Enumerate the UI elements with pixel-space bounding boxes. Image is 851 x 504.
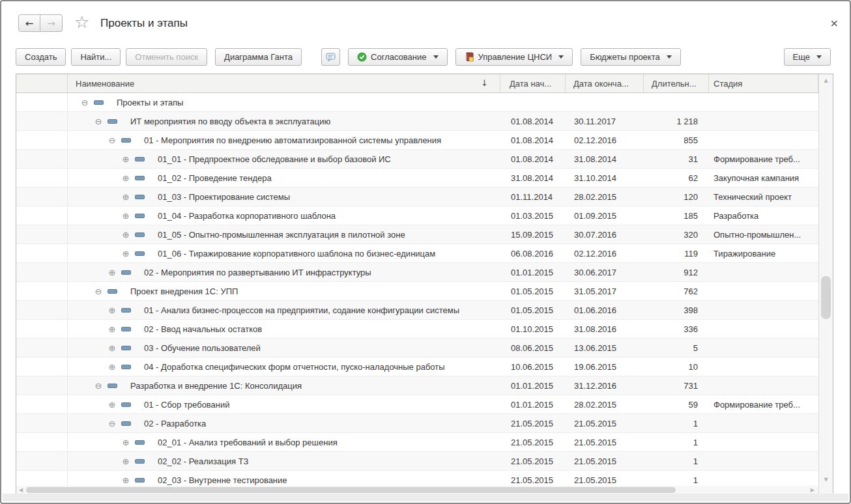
table-row[interactable]: ⊖ИТ мероприятия по вводу объекта в экспл… bbox=[16, 112, 833, 131]
row-name-cell: ⊕01_01 - Предпроектное обследование и вы… bbox=[68, 150, 500, 168]
row-stage: Закупочная кампания bbox=[709, 169, 818, 187]
scroll-right-icon[interactable]: ▶ bbox=[811, 487, 815, 493]
row-start-date: 01.10.2015 bbox=[500, 320, 566, 338]
collapse-icon[interactable]: ⊖ bbox=[94, 287, 103, 296]
mdm-menu-button[interactable]: Управление ЦНСИ bbox=[455, 48, 573, 66]
scroll-down-icon[interactable]: ▼ bbox=[819, 477, 833, 483]
column-header-end-date[interactable]: Дата оконча... bbox=[566, 74, 644, 92]
row-name-cell: ⊕01_03 - Проектирование системы bbox=[68, 188, 500, 206]
find-button[interactable]: Найти... bbox=[71, 48, 121, 66]
row-end-date: 28.02.2015 bbox=[566, 395, 644, 413]
expand-icon[interactable]: ⊕ bbox=[121, 457, 130, 466]
expand-icon[interactable]: ⊕ bbox=[121, 438, 130, 447]
close-icon[interactable]: × bbox=[830, 17, 839, 29]
row-name: 01_03 - Проектирование системы bbox=[158, 192, 290, 202]
row-start-date: 01.05.2015 bbox=[500, 282, 566, 300]
expand-icon[interactable]: ⊕ bbox=[108, 363, 117, 371]
expand-icon[interactable]: ⊕ bbox=[108, 344, 117, 352]
approval-button-label: Согласование bbox=[371, 52, 426, 62]
create-button[interactable]: Создать bbox=[16, 48, 66, 66]
collapse-icon[interactable]: ⊖ bbox=[80, 98, 89, 107]
horizontal-scrollbar-thumb[interactable] bbox=[26, 487, 676, 493]
row-end-date: 30.11.2017 bbox=[566, 112, 644, 130]
column-header-name[interactable]: Наименование↓ bbox=[68, 74, 500, 92]
table-row[interactable]: ⊕01 - Сбор требований01.01.201528.02.201… bbox=[16, 395, 833, 414]
expand-icon[interactable]: ⊕ bbox=[108, 325, 117, 333]
table-row[interactable]: ⊕01_04 - Разработка корпоративного шабло… bbox=[16, 206, 833, 225]
row-name-cell: ⊖Проект внедрения 1С: УПП bbox=[68, 282, 500, 300]
table-row[interactable]: ⊖Проекты и этапы bbox=[16, 93, 833, 112]
table-row[interactable]: ⊕02_01 - Анализ требований и выбор решен… bbox=[16, 433, 833, 452]
comments-button[interactable] bbox=[321, 48, 340, 66]
cancel-search-button: Отменить поиск bbox=[126, 48, 207, 66]
table-row[interactable]: ⊖Проект внедрения 1С: УПП01.05.201531.05… bbox=[16, 282, 833, 301]
expand-icon[interactable]: ⊕ bbox=[121, 231, 130, 239]
project-item-icon bbox=[108, 119, 117, 124]
row-name: 01_01 - Предпроектное обследование и выб… bbox=[158, 154, 391, 164]
table-row[interactable]: ⊕02 - Мероприятия по развертыванию ИТ ин… bbox=[16, 263, 833, 282]
table-row[interactable]: ⊖Разработка и внедрение 1С: Консолидация… bbox=[16, 376, 833, 395]
vertical-scrollbar[interactable]: ▲ ▼ bbox=[818, 74, 833, 494]
collapse-icon[interactable]: ⊖ bbox=[108, 136, 117, 145]
expand-icon[interactable]: ⊕ bbox=[121, 212, 130, 220]
expand-icon[interactable]: ⊕ bbox=[121, 155, 130, 163]
scroll-up-icon[interactable]: ▲ bbox=[819, 77, 833, 83]
table-row[interactable]: ⊕01_05 - Опытно-промышленная эксплуатаци… bbox=[16, 225, 833, 244]
vertical-scrollbar-thumb[interactable] bbox=[821, 276, 831, 319]
table-row[interactable]: ⊕01_01 - Предпроектное обследование и вы… bbox=[16, 150, 833, 169]
table-row[interactable]: ⊕02_02 - Реализация ТЗ21.05.201521.05.20… bbox=[16, 452, 833, 471]
expand-icon[interactable]: ⊕ bbox=[121, 174, 130, 182]
approval-menu-button[interactable]: Согласование bbox=[348, 48, 447, 66]
row-end-date: 31.05.2017 bbox=[566, 282, 644, 300]
column-header-stage[interactable]: Стадия bbox=[709, 74, 818, 92]
scroll-left-icon[interactable]: ◀ bbox=[19, 487, 23, 493]
row-name-cell: ⊕01 - Анализ бизнес-процессов на предпри… bbox=[68, 301, 500, 319]
column-header-label: Дата нач... bbox=[510, 79, 551, 89]
gantt-chart-button[interactable]: Диаграмма Ганта bbox=[215, 48, 302, 66]
row-end-date: 01.06.2016 bbox=[566, 301, 644, 319]
table-row[interactable]: ⊕01 - Анализ бизнес-процессов на предпри… bbox=[16, 301, 833, 320]
row-duration: 119 bbox=[644, 244, 709, 262]
row-end-date: 02.12.2016 bbox=[566, 131, 644, 149]
expand-icon[interactable]: ⊕ bbox=[108, 306, 117, 315]
row-marker-cell bbox=[16, 225, 68, 244]
column-header-duration[interactable]: Длительн... bbox=[644, 74, 709, 92]
expand-icon[interactable]: ⊕ bbox=[108, 400, 117, 409]
row-end-date: 01.09.2015 bbox=[566, 206, 644, 225]
project-item-icon bbox=[121, 270, 131, 275]
expand-icon[interactable]: ⊕ bbox=[108, 268, 117, 277]
project-budgets-menu-button[interactable]: Бюджеты проекта bbox=[581, 48, 681, 66]
table-row[interactable]: ⊖01 - Мероприятия по внедрению автоматиз… bbox=[16, 131, 833, 150]
project-item-icon bbox=[135, 478, 145, 483]
table-row[interactable]: ⊕02 - Ввод начальных остатков01.10.20153… bbox=[16, 320, 833, 339]
row-start-date: 01.11.2014 bbox=[500, 188, 566, 206]
more-button-label: Еще bbox=[793, 52, 810, 62]
favorite-star-icon[interactable]: ☆ bbox=[74, 14, 89, 31]
row-name-cell: ⊖02 - Разработка bbox=[68, 414, 500, 432]
chevron-down-icon bbox=[667, 55, 672, 59]
expand-icon[interactable]: ⊕ bbox=[121, 476, 130, 484]
row-end-date: 31.10.2014 bbox=[566, 169, 644, 187]
table-row[interactable]: ⊕01_03 - Проектирование системы01.11.201… bbox=[16, 188, 833, 206]
expand-icon[interactable]: ⊕ bbox=[121, 249, 130, 258]
column-header-blank[interactable] bbox=[16, 74, 68, 92]
column-header-start-date[interactable]: Дата нач... bbox=[500, 74, 566, 92]
more-menu-button[interactable]: Еще bbox=[784, 48, 831, 66]
collapse-icon[interactable]: ⊖ bbox=[94, 117, 103, 126]
table-row[interactable]: ⊕03 - Обучение пользователей08.06.201513… bbox=[16, 339, 833, 357]
back-button[interactable]: ← bbox=[18, 14, 40, 32]
table-row[interactable]: ⊕04 - Доработка специфических форм отчет… bbox=[16, 357, 833, 376]
row-duration: 320 bbox=[644, 225, 709, 244]
expand-icon[interactable]: ⊕ bbox=[121, 193, 130, 201]
row-marker-cell bbox=[16, 320, 68, 338]
row-name: 02_03 - Внутренне тестирование bbox=[158, 475, 287, 485]
project-item-icon bbox=[108, 289, 117, 294]
table-row[interactable]: ⊕01_06 - Тиражирование корпоративного ша… bbox=[16, 244, 833, 263]
table-row[interactable]: ⊖02 - Разработка21.05.201521.05.20151 bbox=[16, 414, 833, 433]
table-row[interactable]: ⊕01_02 - Проведение тендера31.08.201431.… bbox=[16, 169, 833, 188]
row-end-date: 21.05.2015 bbox=[566, 452, 644, 470]
collapse-icon[interactable]: ⊖ bbox=[108, 419, 117, 428]
row-start-date: 15.09.2015 bbox=[500, 225, 566, 244]
row-marker-cell bbox=[16, 169, 68, 187]
collapse-icon[interactable]: ⊖ bbox=[94, 382, 103, 390]
